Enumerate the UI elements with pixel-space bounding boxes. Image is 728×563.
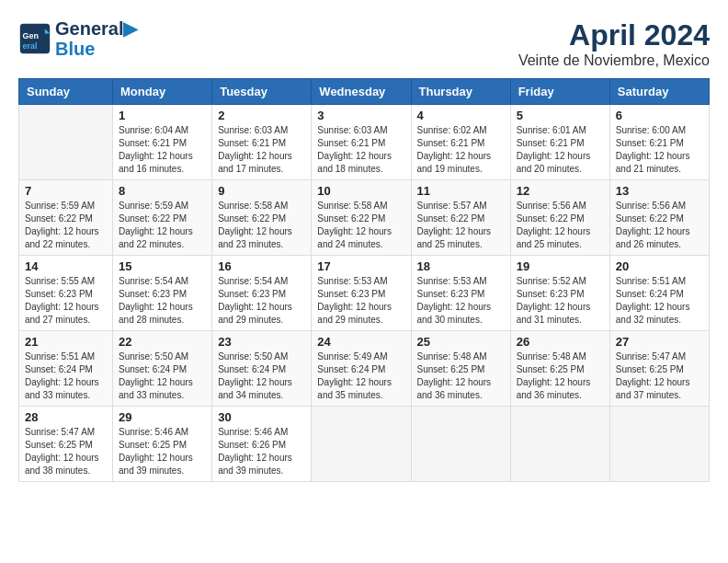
calendar-week-row: 21Sunrise: 5:51 AMSunset: 6:24 PMDayligh… (19, 331, 710, 407)
calendar-week-row: 28Sunrise: 5:47 AMSunset: 6:25 PMDayligh… (19, 407, 710, 482)
day-number: 2 (218, 109, 305, 122)
day-info: Sunrise: 5:58 AMSunset: 6:22 PMDaylight:… (317, 200, 404, 251)
day-number: 28 (25, 410, 107, 424)
calendar-cell: 27Sunrise: 5:47 AMSunset: 6:25 PMDayligh… (609, 331, 709, 407)
calendar-cell: 19Sunrise: 5:52 AMSunset: 6:23 PMDayligh… (510, 256, 609, 331)
day-info: Sunrise: 5:57 AMSunset: 6:22 PMDaylight:… (417, 200, 505, 251)
day-info: Sunrise: 6:02 AMSunset: 6:21 PMDaylight:… (417, 124, 505, 176)
day-number: 26 (517, 335, 604, 349)
day-number: 5 (517, 109, 604, 122)
calendar-cell (510, 407, 609, 482)
logo: Gen eral General▶ Blue (18, 18, 137, 59)
day-info: Sunrise: 6:01 AMSunset: 6:21 PMDaylight:… (517, 124, 604, 176)
day-number: 17 (317, 259, 404, 273)
day-info: Sunrise: 6:03 AMSunset: 6:21 PMDaylight:… (218, 124, 305, 176)
day-info: Sunrise: 5:53 AMSunset: 6:23 PMDaylight:… (317, 275, 404, 327)
calendar-cell: 3Sunrise: 6:03 AMSunset: 6:21 PMDaylight… (312, 105, 411, 180)
calendar-cell: 18Sunrise: 5:53 AMSunset: 6:23 PMDayligh… (411, 256, 510, 331)
day-info: Sunrise: 5:55 AMSunset: 6:23 PMDaylight:… (25, 275, 107, 327)
calendar-cell: 11Sunrise: 5:57 AMSunset: 6:22 PMDayligh… (411, 180, 510, 256)
day-info: Sunrise: 5:46 AMSunset: 6:25 PMDaylight:… (119, 426, 206, 477)
day-number: 18 (417, 259, 505, 273)
location: Veinte de Noviembre, Mexico (518, 52, 710, 69)
day-info: Sunrise: 5:52 AMSunset: 6:23 PMDaylight:… (517, 275, 604, 327)
day-number: 19 (517, 259, 604, 273)
day-info: Sunrise: 5:50 AMSunset: 6:24 PMDaylight:… (119, 350, 206, 402)
day-info: Sunrise: 6:04 AMSunset: 6:21 PMDaylight:… (119, 124, 206, 176)
weekday-header: Saturday (609, 79, 709, 105)
calendar-cell: 25Sunrise: 5:48 AMSunset: 6:25 PMDayligh… (411, 331, 510, 407)
day-info: Sunrise: 5:51 AMSunset: 6:24 PMDaylight:… (25, 350, 107, 402)
calendar-cell: 15Sunrise: 5:54 AMSunset: 6:23 PMDayligh… (113, 256, 212, 331)
calendar-week-row: 7Sunrise: 5:59 AMSunset: 6:22 PMDaylight… (19, 180, 710, 256)
day-info: Sunrise: 5:59 AMSunset: 6:22 PMDaylight:… (25, 200, 107, 251)
day-info: Sunrise: 5:58 AMSunset: 6:22 PMDaylight:… (218, 200, 305, 251)
svg-text:eral: eral (23, 41, 38, 51)
calendar-table: SundayMondayTuesdayWednesdayThursdayFrid… (18, 78, 710, 482)
day-number: 16 (218, 259, 305, 273)
day-number: 8 (119, 184, 206, 198)
weekday-header: Thursday (411, 79, 510, 105)
calendar-cell: 23Sunrise: 5:50 AMSunset: 6:24 PMDayligh… (212, 331, 312, 407)
day-number: 4 (417, 109, 505, 122)
calendar-cell (411, 407, 510, 482)
calendar-cell (609, 407, 709, 482)
day-info: Sunrise: 5:50 AMSunset: 6:24 PMDaylight:… (218, 350, 305, 402)
day-number: 10 (317, 184, 404, 198)
day-number: 7 (25, 184, 107, 198)
day-number: 6 (616, 109, 703, 122)
day-info: Sunrise: 5:56 AMSunset: 6:22 PMDaylight:… (517, 200, 604, 251)
calendar-cell: 21Sunrise: 5:51 AMSunset: 6:24 PMDayligh… (19, 331, 113, 407)
day-info: Sunrise: 5:48 AMSunset: 6:25 PMDaylight:… (417, 350, 505, 402)
day-info: Sunrise: 5:59 AMSunset: 6:22 PMDaylight:… (119, 200, 206, 251)
calendar-cell: 30Sunrise: 5:46 AMSunset: 6:26 PMDayligh… (212, 407, 312, 482)
day-info: Sunrise: 5:48 AMSunset: 6:25 PMDaylight:… (517, 350, 604, 402)
calendar-cell: 22Sunrise: 5:50 AMSunset: 6:24 PMDayligh… (113, 331, 212, 407)
day-info: Sunrise: 5:53 AMSunset: 6:23 PMDaylight:… (417, 275, 505, 327)
calendar-cell: 20Sunrise: 5:51 AMSunset: 6:24 PMDayligh… (609, 256, 709, 331)
weekday-header: Tuesday (212, 79, 312, 105)
title-block: April 2024 Veinte de Noviembre, Mexico (518, 18, 710, 69)
calendar-cell: 7Sunrise: 5:59 AMSunset: 6:22 PMDaylight… (19, 180, 113, 256)
day-number: 11 (417, 184, 505, 198)
day-number: 1 (119, 109, 206, 122)
day-number: 29 (119, 410, 206, 424)
calendar-cell: 10Sunrise: 5:58 AMSunset: 6:22 PMDayligh… (312, 180, 411, 256)
calendar-cell: 12Sunrise: 5:56 AMSunset: 6:22 PMDayligh… (510, 180, 609, 256)
day-number: 13 (616, 184, 703, 198)
day-info: Sunrise: 5:54 AMSunset: 6:23 PMDaylight:… (119, 275, 206, 327)
logo-icon: Gen eral (18, 22, 51, 55)
day-number: 30 (218, 410, 305, 424)
calendar-cell: 4Sunrise: 6:02 AMSunset: 6:21 PMDaylight… (411, 105, 510, 180)
weekday-header: Monday (113, 79, 212, 105)
calendar-cell: 17Sunrise: 5:53 AMSunset: 6:23 PMDayligh… (312, 256, 411, 331)
calendar-cell: 28Sunrise: 5:47 AMSunset: 6:25 PMDayligh… (19, 407, 113, 482)
weekday-header: Sunday (19, 79, 113, 105)
page-header: Gen eral General▶ Blue April 2024 Veinte… (18, 18, 710, 69)
day-number: 27 (616, 335, 703, 349)
day-number: 3 (317, 109, 404, 122)
calendar-week-row: 1Sunrise: 6:04 AMSunset: 6:21 PMDaylight… (19, 105, 710, 180)
calendar-cell: 13Sunrise: 5:56 AMSunset: 6:22 PMDayligh… (609, 180, 709, 256)
day-info: Sunrise: 6:03 AMSunset: 6:21 PMDaylight:… (317, 124, 404, 176)
calendar-cell: 29Sunrise: 5:46 AMSunset: 6:25 PMDayligh… (113, 407, 212, 482)
day-number: 23 (218, 335, 305, 349)
day-number: 9 (218, 184, 305, 198)
day-number: 25 (417, 335, 505, 349)
day-info: Sunrise: 5:56 AMSunset: 6:22 PMDaylight:… (616, 200, 703, 251)
day-info: Sunrise: 5:51 AMSunset: 6:24 PMDaylight:… (616, 275, 703, 327)
day-number: 20 (616, 259, 703, 273)
calendar-cell: 26Sunrise: 5:48 AMSunset: 6:25 PMDayligh… (510, 331, 609, 407)
weekday-header: Wednesday (312, 79, 411, 105)
calendar-cell: 6Sunrise: 6:00 AMSunset: 6:21 PMDaylight… (609, 105, 709, 180)
calendar-cell: 8Sunrise: 5:59 AMSunset: 6:22 PMDaylight… (113, 180, 212, 256)
day-info: Sunrise: 6:00 AMSunset: 6:21 PMDaylight:… (616, 124, 703, 176)
weekday-header: Friday (510, 79, 609, 105)
calendar-cell: 2Sunrise: 6:03 AMSunset: 6:21 PMDaylight… (212, 105, 312, 180)
calendar-week-row: 14Sunrise: 5:55 AMSunset: 6:23 PMDayligh… (19, 256, 710, 331)
day-number: 24 (317, 335, 404, 349)
calendar-cell (312, 407, 411, 482)
logo-text: General▶ Blue (55, 18, 137, 59)
calendar-cell: 5Sunrise: 6:01 AMSunset: 6:21 PMDaylight… (510, 105, 609, 180)
day-info: Sunrise: 5:46 AMSunset: 6:26 PMDaylight:… (218, 426, 305, 477)
